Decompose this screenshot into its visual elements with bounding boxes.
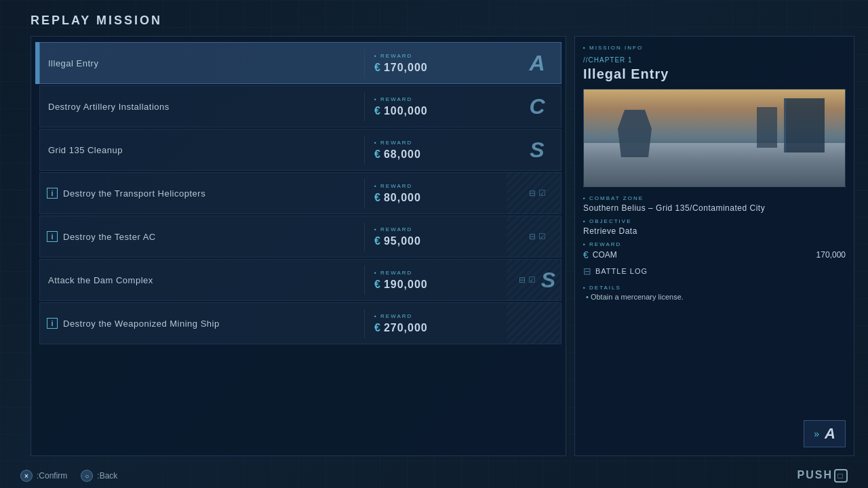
reward-label: REWARD <box>374 270 504 276</box>
grade-value: A <box>529 51 545 76</box>
thumbnail-scene <box>584 89 845 186</box>
battle-log-panel-icon: ⊟ <box>583 266 591 277</box>
locked-overlay <box>507 260 561 300</box>
list-item[interactable]: Attack the Dam Complex REWARD €190,000 ⊟… <box>35 259 561 301</box>
grade-section: A <box>513 51 561 76</box>
selected-mission-title: Illegal Entry <box>583 66 846 82</box>
combat-zone-field: COMBAT ZONE Southern Belius – Grid 135/C… <box>583 195 846 213</box>
reward-label: REWARD <box>374 140 504 146</box>
control-hints: × :Confirm ○ :Back <box>20 470 117 482</box>
mission-thumbnail <box>583 89 846 187</box>
thumb-structure-1 <box>784 98 825 152</box>
mission-name: Attack the Dam Complex <box>40 275 364 285</box>
mission-list: Illegal Entry REWARD €170,000 A D <box>31 36 566 456</box>
reward-section: REWARD €190,000 <box>364 266 513 295</box>
reward-section: REWARD €170,000 <box>364 49 513 78</box>
confirm-label: :Confirm <box>37 471 67 481</box>
mission-info-panel: MISSION INFO //CHAPTER 1 Illegal Entry C… <box>574 36 854 456</box>
euro-symbol: € <box>374 279 381 290</box>
combat-zone-value: Southern Belius – Grid 135/Contaminated … <box>583 203 846 213</box>
mission-name: Destroy the Transport Helicopters <box>63 188 364 199</box>
reward-label: REWARD <box>374 53 504 59</box>
list-item[interactable]: i Destroy the Weaponized Mining Ship REW… <box>35 302 561 344</box>
reward-info-amount: 170,000 <box>816 250 846 260</box>
grade-select-button[interactable]: » A <box>804 420 846 447</box>
reward-section: REWARD €100,000 <box>364 92 513 121</box>
objective-field: OBJECTIVE Retrieve Data <box>583 218 846 236</box>
reward-info-left: € COAM <box>583 249 617 260</box>
info-section-label: MISSION INFO <box>583 45 846 51</box>
reward-label: REWARD <box>374 183 504 189</box>
reward-label: REWARD <box>374 96 504 102</box>
chevron-right-icon: » <box>814 428 819 439</box>
objective-value: Retrieve Data <box>583 226 846 236</box>
push-logo: PUSH□ <box>797 469 848 483</box>
grade-value: C <box>529 94 545 119</box>
list-item[interactable]: Destroy Artillery Installations REWARD €… <box>35 85 561 127</box>
reward-section: REWARD €80,000 <box>364 179 513 208</box>
combat-zone-label: COMBAT ZONE <box>583 195 846 201</box>
mission-name: Illegal Entry <box>40 58 364 68</box>
reward-type: COAM <box>593 250 617 260</box>
back-hint: ○ :Back <box>81 470 117 482</box>
details-label: DETAILS <box>583 285 846 291</box>
battle-log-label: BATTLE LOG <box>595 267 648 275</box>
grade-value: S <box>530 138 544 163</box>
thumb-mech <box>618 110 652 157</box>
reward-amount: €270,000 <box>374 322 504 334</box>
chapter-label: //CHAPTER 1 <box>583 56 846 64</box>
grade-a-button-label: A <box>825 425 835 443</box>
battle-log-row: ⊟ BATTLE LOG <box>583 266 846 277</box>
euro-symbol: € <box>374 322 381 333</box>
info-icon: i <box>47 231 58 242</box>
reward-section: REWARD €68,000 <box>364 136 513 165</box>
locked-overlay <box>507 216 561 257</box>
reward-section: REWARD €95,000 <box>364 222 513 251</box>
confirm-button-icon: × <box>20 470 33 482</box>
euro-icon: € <box>583 249 589 260</box>
push-icon: □ <box>834 469 848 483</box>
bottom-bar: × :Confirm ○ :Back PUSH□ <box>0 469 868 483</box>
euro-symbol: € <box>374 105 381 117</box>
grade-section: C <box>513 94 561 119</box>
back-label: :Back <box>97 471 117 481</box>
reward-amount: €170,000 <box>374 62 504 74</box>
objective-label: OBJECTIVE <box>583 218 846 224</box>
mission-name: Grid 135 Cleanup <box>40 145 364 155</box>
mission-name: Destroy Artillery Installations <box>40 102 364 112</box>
mission-name: Destroy the Tester AC <box>63 232 364 242</box>
reward-amount: €95,000 <box>374 235 504 247</box>
page-title: REPLAY MISSION <box>31 14 854 28</box>
euro-symbol: € <box>374 192 381 203</box>
back-button-icon: ○ <box>81 470 93 482</box>
mission-name: Destroy the Weaponized Mining Ship <box>63 319 364 329</box>
info-icon: i <box>47 188 58 199</box>
reward-amount: €190,000 <box>374 279 504 291</box>
reward-field-label: REWARD <box>583 241 846 247</box>
confirm-hint: × :Confirm <box>20 470 67 482</box>
euro-symbol: € <box>374 148 381 160</box>
detail-item-1: Obtain a mercenary license. <box>583 293 846 301</box>
reward-amount: €100,000 <box>374 105 504 117</box>
reward-amount: €68,000 <box>374 148 504 161</box>
euro-symbol: € <box>374 62 381 73</box>
list-item[interactable]: Illegal Entry REWARD €170,000 A <box>35 42 561 84</box>
list-item[interactable]: i Destroy the Transport Helicopters REWA… <box>35 172 561 214</box>
thumb-structure-2 <box>757 107 777 148</box>
reward-field: REWARD € COAM 170,000 <box>583 241 846 260</box>
reward-label: REWARD <box>374 226 504 232</box>
locked-overlay <box>507 173 561 214</box>
info-icon: i <box>47 318 58 329</box>
details-section: DETAILS Obtain a mercenary license. <box>583 285 846 301</box>
locked-overlay <box>507 303 561 344</box>
reward-info-row: € COAM 170,000 <box>583 249 846 260</box>
reward-label: REWARD <box>374 313 504 319</box>
grade-section: S <box>513 138 561 163</box>
euro-symbol: € <box>374 235 381 247</box>
reward-amount: €80,000 <box>374 192 504 204</box>
list-item[interactable]: Grid 135 Cleanup REWARD €68,000 S <box>35 129 561 171</box>
reward-section: REWARD €270,000 <box>364 309 513 338</box>
list-item[interactable]: i Destroy the Tester AC REWARD €95,000 ⊟… <box>35 216 561 258</box>
